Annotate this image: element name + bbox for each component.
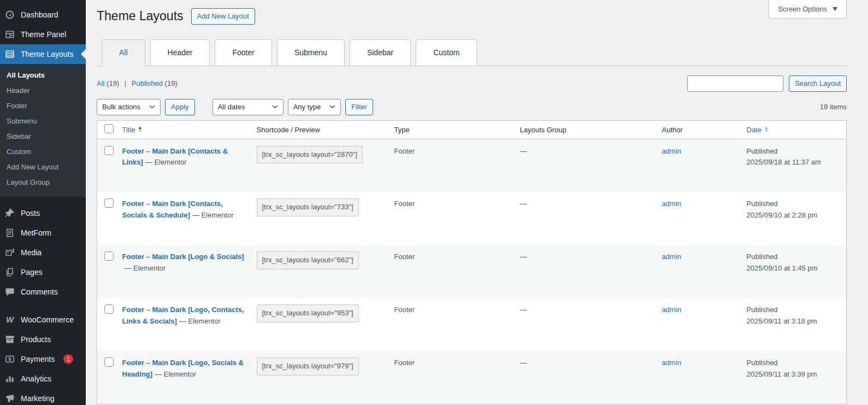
status-views: All (19) | Published (19) [97,79,178,87]
author-link[interactable]: admin [662,359,681,367]
layout-title-link[interactable]: Footer – Main Dark [Logo & Socials] [122,253,244,261]
shortcode-box[interactable]: [trx_sc_layouts layout="953"] [257,304,359,322]
sidebar-subitem-footer[interactable]: Footer [0,98,86,114]
tab-header[interactable]: Header [150,39,210,66]
sidebar-subitem-add-new-layout[interactable]: Add New Layout [0,160,86,175]
row-checkbox[interactable] [104,198,114,208]
row-checkbox[interactable] [104,304,114,314]
sidebar-item-pages[interactable]: Pages [0,262,86,282]
sort-by-date[interactable]: Date [747,126,769,134]
sidebar-item-analytics[interactable]: Analytics [0,369,86,389]
column-header-date: Date [747,126,761,134]
shortcode-box[interactable]: [trx_sc_layouts layout="662"] [257,251,359,269]
sidebar-subitem-header[interactable]: Header [0,83,86,98]
publish-status: Published [747,304,841,315]
add-new-layout-button[interactable]: Add New Layout [191,8,255,25]
apply-button[interactable]: Apply [165,99,195,115]
sidebar-item-label: Analytics [21,374,51,384]
publish-status: Published [747,146,841,157]
sidebar-subitem-layout-group[interactable]: Layout Group [0,175,86,190]
layout-type: Footer [394,253,415,261]
sidebar-item-products[interactable]: Products [0,330,86,349]
sidebar-item-marketing[interactable]: Marketing [0,389,86,405]
column-header-author: Author [662,126,683,134]
layout-builder-suffix: — Elementor [192,211,234,219]
svg-text:$: $ [8,356,11,362]
screen-options-label: Screen Options [778,5,827,13]
page-title: Theme Layouts [97,8,184,25]
shortcode-box[interactable]: [trx_sc_layouts layout="979"] [257,357,359,375]
views-separator: | [125,79,126,87]
tab-footer[interactable]: Footer [215,39,271,66]
view-published-link[interactable]: Published [132,79,163,87]
author-link[interactable]: admin [662,253,681,261]
sidebar-subitem-all-layouts[interactable]: All Layouts [0,68,86,83]
sidebar-item-label: Marketing [21,394,54,403]
sidebar-item-label: Comments [21,287,58,297]
author-link[interactable]: admin [662,147,681,155]
table-row: Footer – Main Dark [Logo, Socials & Head… [97,351,847,404]
tab-all[interactable]: All [102,39,145,66]
dates-filter-select[interactable]: All dates [212,99,284,115]
sidebar-item-label: Theme Panel [21,30,66,39]
sidebar-item-posts[interactable]: Posts [0,203,86,223]
filter-button[interactable]: Filter [345,99,373,115]
author-link[interactable]: admin [662,199,681,208]
publish-status: Published [747,198,841,209]
publish-date: 2025/09/18 at 11:37 am [747,157,841,168]
tab-custom[interactable]: Custom [416,39,477,66]
layout-builder-suffix: — Elementor [125,264,166,272]
sidebar-item-payments[interactable]: $ Payments 1 [0,349,86,369]
sidebar-item-label: Pages [21,267,43,277]
sidebar-item-woocommerce[interactable]: WooCommerce [0,310,86,330]
search-input[interactable] [687,75,783,92]
layouts-group-value: — [520,306,527,314]
sidebar-item-label: Payments [21,354,55,364]
analytics-icon [4,373,15,384]
megaphone-icon [4,393,15,404]
sidebar-subitem-submenu[interactable]: Submenu [0,114,86,129]
payments-icon: $ [4,354,15,365]
layout-builder-suffix: — Elementor [145,158,187,166]
tab-sidebar[interactable]: Sidebar [350,39,411,66]
sidebar-item-theme-layouts[interactable]: Theme Layouts [0,44,86,64]
sidebar-item-label: WooCommerce [21,315,74,325]
sidebar-item-theme-panel[interactable]: Theme Panel [0,25,86,44]
publish-date: 2025/09/11 at 3:39 pm [747,369,841,380]
pages-icon [4,267,15,278]
sidebar-subitem-custom[interactable]: Custom [0,144,86,160]
layouts-group-value: — [520,359,527,367]
search-layout-button[interactable]: Search Layout [789,75,847,92]
layout-builder-suffix: — Elementor [179,317,221,325]
layouts-group-value: — [520,147,527,155]
layouts-table: Title Shortcode / Preview Type Layouts G… [97,120,847,404]
layouts-group-value: — [520,253,527,261]
chevron-down-icon [832,7,837,11]
pushpin-icon [4,208,15,219]
screen-options-button[interactable]: Screen Options [769,0,847,19]
sidebar-item-comments[interactable]: Comments [0,282,86,302]
chevron-down-icon [149,105,155,109]
sidebar-item-metform[interactable]: MetForm [0,223,86,243]
select-all-checkbox[interactable] [104,124,114,133]
column-header-type: Type [394,126,410,134]
author-link[interactable]: admin [662,306,681,314]
comment-icon [4,286,15,297]
sidebar-subitem-sidebar[interactable]: Sidebar [0,129,86,144]
shortcode-box[interactable]: [trx_sc_layouts layout="2870"] [257,146,363,163]
sidebar-item-label: MetForm [21,228,51,238]
sort-by-title[interactable]: Title [122,126,143,134]
type-filter-select[interactable]: Any type [288,99,341,115]
row-checkbox[interactable] [104,146,114,155]
row-checkbox[interactable] [104,251,114,261]
view-all-link[interactable]: All [97,79,104,87]
current-menu-arrow-icon [81,49,86,59]
admin-sidebar: Dashboard Theme Panel Theme Layouts All … [0,0,86,405]
shortcode-box[interactable]: [trx_sc_layouts layout="733"] [257,198,359,216]
sidebar-item-dashboard[interactable]: Dashboard [0,5,86,25]
tab-submenu[interactable]: Submenu [277,39,345,66]
sidebar-item-media[interactable]: Media [0,243,86,262]
form-icon [4,227,15,238]
row-checkbox[interactable] [104,357,114,367]
bulk-actions-select[interactable]: Bulk actions [97,99,161,115]
